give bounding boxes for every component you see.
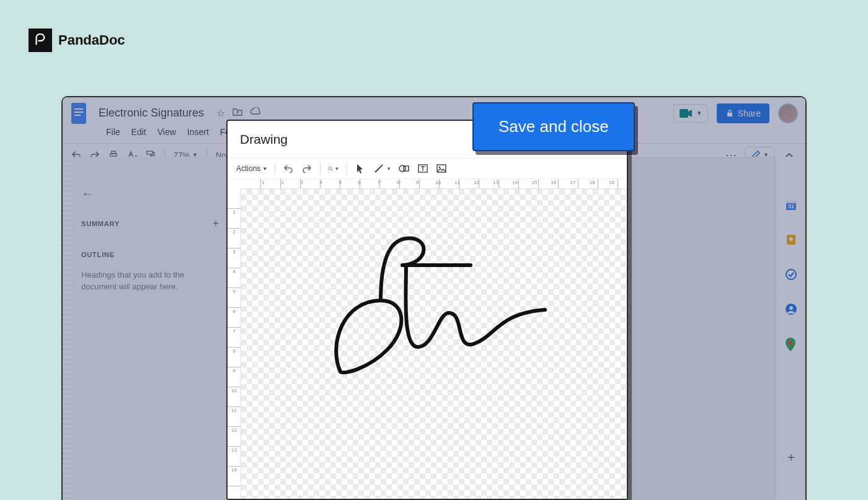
- outline-placeholder: Headings that you add to the document wi…: [81, 270, 221, 293]
- meet-icon: [679, 108, 693, 118]
- drawing-vertical-ruler: 1234567891011121314: [228, 189, 241, 499]
- drawing-toolbar: Actions ▼ ▼ ▼: [228, 158, 627, 179]
- present-meet-button[interactable]: ▼: [673, 104, 708, 123]
- svg-point-14: [789, 237, 793, 241]
- pandadoc-wordmark: PandaDoc: [58, 32, 125, 48]
- share-button-label: Share: [738, 108, 761, 118]
- svg-text:31: 31: [787, 203, 794, 209]
- drawing-horizontal-ruler: 12345678910111213141516171819: [241, 179, 627, 189]
- svg-rect-0: [71, 103, 86, 124]
- move-folder-icon[interactable]: [232, 107, 242, 119]
- svg-rect-1: [74, 108, 83, 110]
- chevron-down-icon: ▼: [696, 110, 702, 116]
- svg-point-19: [329, 167, 332, 170]
- menu-insert[interactable]: Insert: [182, 125, 214, 139]
- svg-rect-4: [680, 109, 688, 118]
- chevron-down-icon: ▼: [334, 166, 339, 172]
- svg-rect-3: [74, 115, 81, 116]
- chevron-down-icon: ▼: [386, 166, 391, 172]
- drawing-actions-menu[interactable]: Actions ▼: [236, 164, 267, 173]
- pandadoc-logo: PandaDoc: [29, 29, 125, 52]
- drawing-canvas[interactable]: [241, 189, 627, 499]
- drawing-undo-icon[interactable]: [283, 163, 294, 174]
- menu-view[interactable]: View: [153, 125, 181, 139]
- drawing-actions-label: Actions: [236, 164, 260, 173]
- back-arrow-icon[interactable]: ←: [81, 186, 221, 201]
- lock-icon: [725, 109, 734, 118]
- image-tool-icon[interactable]: [436, 163, 447, 174]
- drawing-modal: Drawing Actions ▼ ▼: [226, 120, 628, 500]
- pandadoc-mark-icon: [29, 29, 52, 52]
- select-tool-icon[interactable]: [355, 163, 366, 174]
- account-avatar[interactable]: [778, 103, 798, 123]
- add-summary-icon[interactable]: ＋: [211, 217, 221, 230]
- menu-edit[interactable]: Edit: [126, 125, 151, 139]
- svg-point-15: [786, 270, 796, 279]
- menu-file[interactable]: File: [101, 125, 125, 139]
- tasks-icon[interactable]: [785, 268, 797, 281]
- signature-scribble: [309, 220, 551, 381]
- svg-rect-7: [112, 151, 115, 154]
- docs-app-icon[interactable]: [68, 100, 90, 127]
- contacts-icon[interactable]: [785, 303, 797, 315]
- svg-rect-5: [727, 113, 732, 116]
- document-title[interactable]: Electronic Signatures: [95, 105, 208, 121]
- side-panel-rail: 31 ＋: [776, 157, 805, 500]
- cloud-status-icon[interactable]: [250, 107, 261, 119]
- app-frame: Electronic Signatures ☆: [61, 96, 807, 500]
- drawing-zoom-icon[interactable]: ▼: [328, 163, 339, 174]
- shape-tool-icon[interactable]: [399, 163, 410, 174]
- svg-rect-9: [147, 151, 153, 154]
- document-vertical-ruler: [63, 157, 71, 500]
- save-and-close-label: Save and close: [498, 117, 609, 136]
- summary-label: SUMMARY: [81, 220, 120, 227]
- keep-icon[interactable]: [785, 234, 797, 246]
- outline-pane: ← SUMMARY ＋ OUTLINE Headings that you ad…: [63, 157, 235, 500]
- maps-icon[interactable]: [785, 338, 797, 350]
- svg-point-24: [439, 167, 441, 169]
- star-icon[interactable]: ☆: [216, 107, 225, 119]
- calendar-icon[interactable]: 31: [785, 199, 797, 211]
- svg-point-17: [789, 306, 793, 310]
- line-tool-icon[interactable]: [373, 163, 384, 174]
- svg-rect-2: [74, 112, 83, 113]
- share-button[interactable]: Share: [717, 103, 769, 123]
- add-addon-icon[interactable]: ＋: [785, 450, 797, 463]
- outline-label: OUTLINE: [81, 251, 221, 258]
- drawing-redo-icon[interactable]: [301, 163, 312, 174]
- svg-point-18: [789, 341, 792, 344]
- chevron-down-icon: ▼: [262, 166, 267, 172]
- textbox-tool-icon[interactable]: [417, 163, 428, 174]
- save-and-close-callout[interactable]: Save and close: [472, 102, 635, 151]
